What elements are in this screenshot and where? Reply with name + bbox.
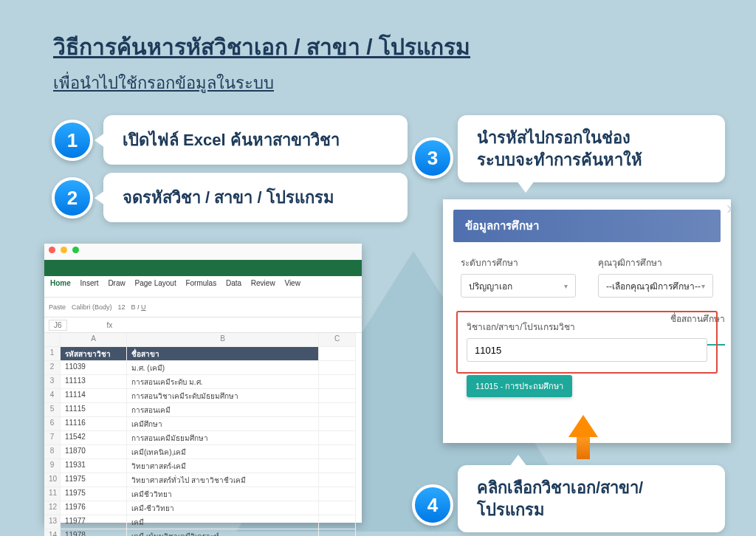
excel-format-bar: Paste Calibri (Body) 12 B I U [44, 297, 362, 317]
font-size: 12 [118, 303, 126, 311]
step-bubble-2: จดรหัสวิชา / สาขา / โปรแกรม [103, 173, 408, 222]
tab-view: View [284, 279, 300, 287]
paste-label: Paste [49, 303, 66, 311]
subtitle: เพื่อนำไปใช้กรอกข้อมูลในระบบ [53, 70, 470, 96]
select-qual[interactable]: --เลือกคุณวุฒิการศึกษา-- ▾ [598, 274, 713, 298]
step-badge-4: 4 [412, 484, 453, 526]
arrow-up-icon [568, 415, 598, 459]
excel-ribbon-tabs: Home Insert Draw Page Layout Formulas Da… [44, 276, 362, 297]
excel-formula-bar: J6 fx [44, 317, 362, 333]
excel-grid: ABC 1รหัสสาขาวิชาชื่อสาขา211039ม.ศ. (เคม… [44, 333, 362, 536]
chevron-down-icon: ▾ [564, 282, 568, 290]
form-header: ข้อมูลการศึกษา [453, 210, 721, 242]
step-bubble-3: นำรหัสไปกรอกในช่อง ระบบจะทำการค้นหาให้ [458, 115, 725, 182]
page-heading: วิธีการค้นหารหัสวิชาเอก / สาขา / โปรแกรม… [53, 30, 470, 96]
excel-titlebar [44, 260, 362, 276]
close-icon [49, 247, 55, 253]
tab-data: Data [226, 279, 241, 287]
tab-draw: Draw [108, 279, 125, 287]
fx-icon: fx [107, 321, 113, 329]
select-level[interactable]: ปริญญาเอก ▾ [461, 274, 576, 298]
tab-home: Home [50, 279, 71, 287]
minimize-icon [61, 247, 67, 253]
highlight-box: วิชาเอก/สาขา/โปรแกรมวิชา 11015 11015 - ก… [456, 311, 718, 374]
label-major: วิชาเอก/สาขา/โปรแกรมวิชา [467, 320, 707, 334]
input-major[interactable]: 11015 [467, 338, 707, 362]
tab-pagelayout: Page Layout [135, 279, 176, 287]
maximize-icon [72, 247, 79, 253]
step-bubble-1: เปิดไฟล์ Excel ค้นหาสาขาวิชา [103, 115, 408, 165]
excel-screenshot: Home Insert Draw Page Layout Formulas Da… [44, 244, 362, 523]
dropdown-suggestion[interactable]: 11015 - การประถมศึกษา [467, 375, 572, 397]
label-level: ระดับการศึกษา [461, 255, 576, 269]
step-badge-2: 2 [52, 177, 93, 219]
window-controls [44, 244, 362, 260]
chevron-down-icon: ▾ [701, 282, 705, 290]
step-badge-3: 3 [412, 137, 453, 179]
tab-review: Review [251, 279, 275, 287]
tab-formulas: Formulas [185, 279, 216, 287]
step-bubble-4: คลิกเลือกวิชาเอก/สาขา/ โปรแกรม [458, 465, 725, 532]
tab-insert: Insert [80, 279, 99, 287]
font-name: Calibri (Body) [72, 303, 112, 311]
form-screenshot: › ข้อมูลการศึกษา ระดับการศึกษา ปริญญาเอก… [443, 199, 731, 443]
chevron-right-icon: › [726, 198, 732, 219]
step-badge-1: 1 [52, 120, 93, 161]
cell-ref: J6 [49, 320, 67, 331]
label-qual: คุณวุฒิการศึกษา [598, 255, 713, 269]
title: วิธีการค้นหารหัสวิชาเอก / สาขา / โปรแกรม [53, 30, 470, 64]
